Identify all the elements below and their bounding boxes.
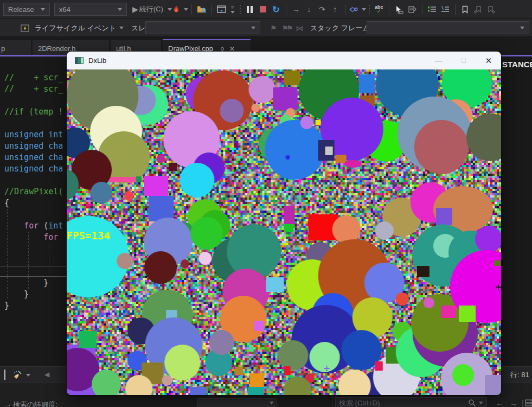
format-lines-icon	[427, 5, 437, 13]
show-flagged-only-button[interactable]: ⚑⚑	[280, 21, 293, 35]
stop-icon	[260, 6, 266, 12]
stack-frame-combo[interactable]	[367, 21, 529, 34]
step-into-button[interactable]: ↓	[303, 2, 316, 16]
vs-ide-screen: Release x64 ▶ 続行(C)	[0, 0, 532, 407]
chevron-down-icon	[270, 402, 274, 404]
folder-search-icon	[197, 5, 207, 14]
selection-mode-button[interactable]	[393, 2, 406, 16]
code-cleanup-button[interactable]	[13, 368, 30, 382]
dxlib-render-canvas[interactable]	[67, 69, 501, 395]
pause-icon	[247, 6, 249, 13]
format-selection-icon	[440, 5, 450, 13]
step-over-icon: ↷	[319, 5, 325, 14]
close-button[interactable]: ✕	[476, 52, 501, 69]
diagnostics-button[interactable]	[349, 2, 366, 16]
toolbar-grip[interactable]	[239, 4, 241, 14]
next-bookmark-icon	[487, 5, 495, 14]
nav-forward-icon[interactable]: →	[510, 399, 517, 407]
restart-icon: ↻	[272, 4, 279, 15]
toolbar-separator	[345, 4, 345, 15]
pin-icon[interactable]	[221, 47, 224, 50]
code-viewport[interactable]: // + scr_// + scr_//if (temp !unsigned i…	[0, 57, 67, 366]
unindent-lines-button[interactable]	[439, 2, 452, 16]
search-detail-label: 検索の詳細度:	[13, 400, 57, 407]
broom-icon	[13, 370, 23, 380]
arrow-right-icon: →	[292, 5, 300, 14]
browser-link-button[interactable]	[215, 2, 228, 16]
code-line	[4, 209, 63, 220]
stop-debugging-button[interactable]	[257, 2, 270, 16]
chevron-down-icon	[41, 8, 45, 11]
dxlib-client-area[interactable]	[67, 69, 501, 395]
code-line	[4, 255, 63, 266]
search-detail-combo[interactable]	[197, 398, 277, 407]
toolbar-separator	[211, 4, 212, 15]
code-line	[4, 243, 63, 255]
toolbar-separator	[422, 4, 422, 15]
code-line: {	[4, 198, 63, 209]
chevron-down-icon	[520, 27, 524, 29]
show-next-statement-button[interactable]: →	[290, 2, 303, 16]
toggle-current-thread-button[interactable]: ⋈	[293, 21, 306, 35]
code-line: unsigned cha	[4, 141, 63, 152]
lifecycle-events-label[interactable]: ライフサイクル イベント	[35, 23, 116, 33]
flag-threads-button[interactable]: ⚑	[267, 21, 280, 35]
break-all-button[interactable]	[243, 2, 257, 16]
step-over-button[interactable]: ↷	[316, 2, 329, 16]
next-bookmark-button[interactable]	[485, 2, 498, 16]
chevron-down-icon	[230, 11, 235, 14]
bowtie-icon: ⋈	[296, 24, 303, 33]
browser-menu-button[interactable]: ≡	[228, 2, 237, 16]
indent-guide	[28, 232, 29, 289]
code-line	[4, 118, 63, 129]
indent-guide	[7, 209, 8, 300]
maximize-button[interactable]: □	[451, 52, 476, 69]
watch-search-box[interactable]	[335, 397, 487, 407]
platform-value: x64	[59, 5, 114, 14]
scrollbar-left-arrow[interactable]: ◀	[44, 371, 49, 378]
abc-check-icon: abc✓	[375, 5, 383, 14]
background-code-text: STANCE H	[502, 60, 532, 69]
splitter-handle[interactable]	[4, 370, 5, 380]
step-out-button[interactable]: ↑	[329, 2, 342, 16]
code-line: //if (temp !	[4, 106, 63, 118]
rename-button[interactable]: abc✓	[373, 2, 386, 16]
prev-bookmark-button[interactable]	[472, 2, 485, 16]
find-in-files-button[interactable]	[195, 2, 208, 16]
code-line: unsigned cha	[4, 152, 63, 163]
toggle-bookmark-button[interactable]	[459, 2, 472, 16]
thread-combo[interactable]	[145, 21, 260, 34]
hot-reload-button[interactable]	[172, 2, 188, 16]
dxlib-titlebar[interactable]: DxLib — □ ✕	[67, 52, 501, 69]
code-line: }	[4, 289, 63, 300]
platform-combo[interactable]: x64	[54, 3, 127, 16]
nav-back-icon[interactable]: ←	[496, 399, 503, 407]
stack-frame-label: スタック フレーム:	[310, 23, 371, 33]
standard-toolbar: Release x64 ▶ 続行(C)	[0, 0, 532, 18]
minimize-button[interactable]: —	[426, 52, 451, 69]
lifecycle-events-button[interactable]	[18, 21, 31, 35]
current-line-highlight	[0, 266, 67, 277]
chevron-down-icon	[251, 27, 255, 29]
clone-code-button[interactable]	[406, 2, 419, 16]
tab-label: p	[1, 44, 5, 53]
toolbar-grip[interactable]	[368, 4, 370, 14]
chevron-down-icon	[479, 402, 483, 404]
line-number-status: 行: 81	[510, 370, 529, 380]
hamburger-icon: ≡	[231, 5, 234, 10]
restart-button[interactable]: ↻	[270, 2, 283, 16]
bookmark-icon	[462, 5, 469, 14]
panel-doc-icon[interactable]	[525, 399, 532, 406]
configuration-combo[interactable]: Release	[3, 3, 50, 16]
search-input[interactable]	[339, 399, 468, 407]
continue-button[interactable]: ▶ 続行(C)	[132, 2, 172, 16]
double-flag-icon: ⚑⚑	[281, 24, 291, 33]
toolbar-separator	[389, 4, 389, 15]
chevron-down-icon	[118, 8, 122, 11]
window-lightning-icon	[21, 24, 29, 32]
chevron-down-icon	[362, 8, 366, 11]
code-line: // + scr_	[4, 72, 63, 84]
indent-lines-button[interactable]	[426, 2, 439, 16]
step-into-icon: ↓	[307, 5, 311, 14]
dxlib-window[interactable]: DxLib — □ ✕	[67, 52, 501, 395]
